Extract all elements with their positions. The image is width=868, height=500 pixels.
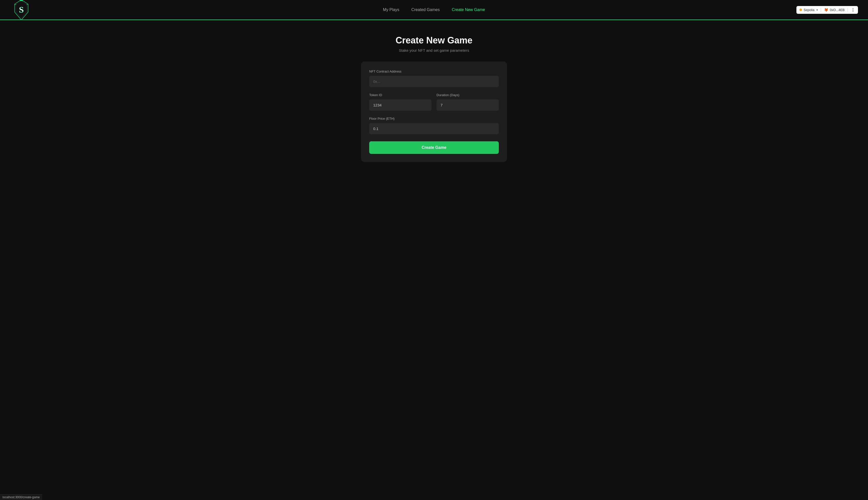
floor-price-group: Floor Price (ETH) [369, 117, 499, 134]
wallet-fox-icon: 🦊 [824, 8, 828, 12]
logo: S [10, 0, 33, 21]
floor-price-input[interactable] [369, 123, 499, 134]
duration-group: Duration (Days) [436, 93, 499, 111]
status-url: localhost:3000/create-game [2, 496, 40, 499]
duration-input[interactable] [436, 99, 499, 111]
nav-create-new-game[interactable]: Create New Game [452, 8, 485, 12]
network-dot-icon [799, 9, 802, 11]
wallet-address-display: 🦊 0xO...4EB [824, 8, 845, 12]
main-content: Create New Game Stake your NFT and set g… [0, 20, 868, 177]
header: S My Plays Created Games Create New Game… [0, 0, 868, 20]
wallet-address-text: 0xO...4EB [830, 8, 845, 12]
main-nav: My Plays Created Games Create New Game [383, 8, 485, 12]
nav-my-plays[interactable]: My Plays [383, 8, 399, 12]
network-name: Sepolia [803, 8, 814, 12]
network-badge: Sepolia ▾ [799, 8, 817, 12]
create-game-button[interactable]: Create Game [369, 141, 499, 154]
network-chevron-icon: ▾ [816, 9, 818, 11]
page-subtitle: Stake your NFT and set game parameters [399, 48, 469, 53]
token-id-input[interactable] [369, 99, 432, 111]
status-bar: localhost:3000/create-game [0, 494, 42, 500]
wallet-divider2 [848, 8, 848, 12]
page-title: Create New Game [396, 35, 472, 46]
nft-contract-input[interactable] [369, 76, 499, 87]
nav-created-games[interactable]: Created Games [411, 8, 440, 12]
logo-area: S [10, 0, 33, 21]
token-id-group: Token ID [369, 93, 432, 111]
create-game-form-card: NFT Contract Address Token ID Duration (… [361, 61, 507, 162]
duration-label: Duration (Days) [436, 93, 499, 97]
nft-contract-group: NFT Contract Address [369, 69, 499, 87]
svg-text:S: S [19, 5, 24, 14]
nft-contract-label: NFT Contract Address [369, 69, 499, 73]
token-duration-row: Token ID Duration (Days) [369, 93, 499, 111]
token-id-label: Token ID [369, 93, 432, 97]
wallet-widget[interactable]: Sepolia ▾ 🦊 0xO...4EB ⋮ [797, 6, 858, 14]
wallet-more-icon[interactable]: ⋮ [851, 8, 855, 12]
floor-price-label: Floor Price (ETH) [369, 117, 499, 121]
